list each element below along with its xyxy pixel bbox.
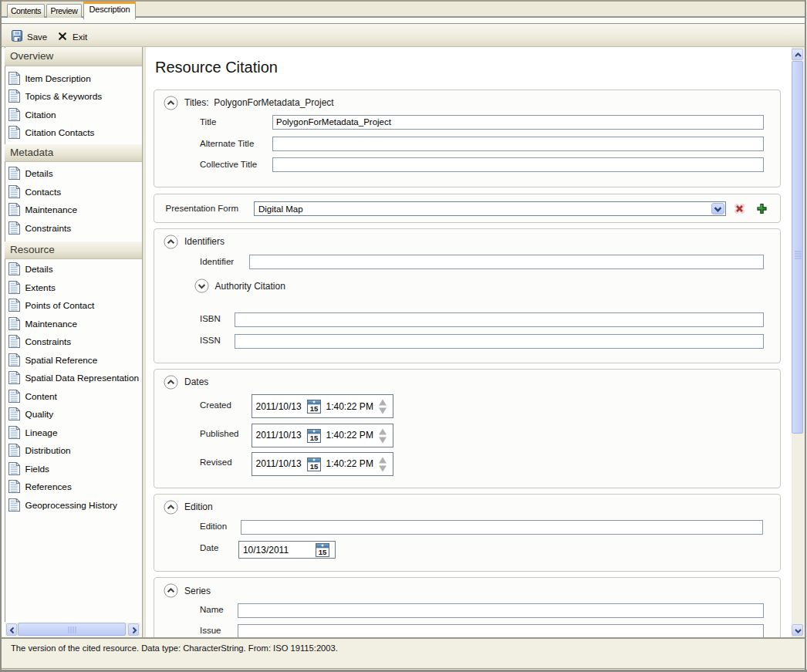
svg-text:15: 15 <box>309 462 318 471</box>
svg-text:15: 15 <box>319 548 327 556</box>
svg-text:15: 15 <box>309 404 318 413</box>
svg-text:15: 15 <box>309 434 318 442</box>
